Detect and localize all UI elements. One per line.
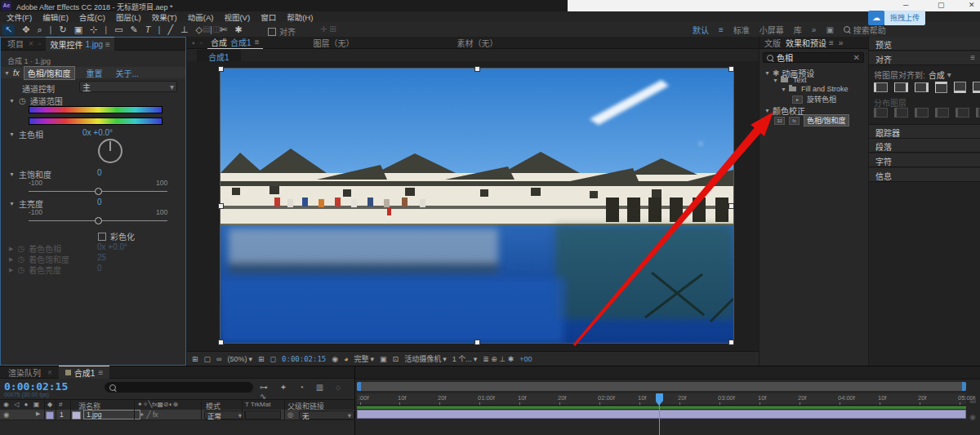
sync-settings-icon[interactable]: ▣ xyxy=(826,25,833,34)
colorize-checkbox[interactable] xyxy=(98,233,106,241)
master-sat-expander-icon[interactable]: ▼ xyxy=(9,171,15,177)
align-bottom-button[interactable] xyxy=(973,82,980,93)
layer-row[interactable]: ◉ ▶ 1 1.jpg ✦ ╱ fx 正常 ▾ ◎ 无 ▾ xyxy=(0,410,354,420)
effect-name[interactable]: 色相/饱和度 xyxy=(24,66,75,80)
selection-tool[interactable]: ↖ xyxy=(2,24,15,35)
presets-search-value[interactable]: 色相 xyxy=(777,51,793,64)
tab-effect-controls[interactable]: 效果控件 1.jpg ≡ xyxy=(46,37,114,51)
layer-mode-dropdown[interactable]: 正常 ▾ xyxy=(204,411,245,419)
panel-paragraph-header[interactable]: 段落 xyxy=(869,139,980,153)
maximize-button[interactable]: ▢ xyxy=(938,1,945,9)
distribute-center-h-button[interactable] xyxy=(956,108,969,118)
shape-tool[interactable]: ▭ xyxy=(114,24,122,35)
snapshot-icon[interactable]: ◉ xyxy=(332,355,338,363)
selection-handle[interactable] xyxy=(728,203,734,209)
work-area-start-handle[interactable] xyxy=(357,382,361,391)
panel-menu-icon[interactable]: ≡ xyxy=(255,38,260,47)
layer-expander-icon[interactable]: ▶ xyxy=(36,411,40,417)
close-button[interactable]: ✕ xyxy=(969,1,975,9)
trkmat-cell[interactable] xyxy=(245,411,281,419)
expander-icon[interactable]: ▼ xyxy=(781,87,786,92)
monitor-icon[interactable]: ▢ xyxy=(204,355,212,363)
playhead-line[interactable] xyxy=(659,405,660,435)
clear-search-icon[interactable]: ✕ xyxy=(853,53,860,62)
grid-guides-icon[interactable]: ⊞ xyxy=(258,355,265,363)
selection-handle[interactable] xyxy=(728,340,734,345)
align-top-button[interactable] xyxy=(935,82,947,93)
viewer-image[interactable] xyxy=(220,69,733,343)
workspace-menu-icon[interactable]: ≡ xyxy=(719,25,724,34)
distribute-center-v-button[interactable] xyxy=(894,108,908,118)
selection-handle[interactable] xyxy=(728,66,734,72)
hand-tool[interactable]: ✥ xyxy=(22,24,29,35)
tree-preset-item[interactable]: ▸ 旋转色相 xyxy=(792,94,836,104)
layer-color-chip[interactable] xyxy=(46,411,54,419)
menu-view[interactable]: 视图(V) xyxy=(224,11,250,23)
align-center-v-button[interactable] xyxy=(954,82,966,93)
menu-animation[interactable]: 动画(A) xyxy=(188,11,214,23)
tab-left-panel[interactable]: 文版 xyxy=(764,37,781,49)
tab-layer[interactable]: 图层（无） xyxy=(314,37,354,49)
playhead-handle[interactable] xyxy=(656,393,663,402)
viewer-timecode[interactable]: 0:00:02:15 xyxy=(282,355,326,363)
timeline-search-box[interactable] xyxy=(105,382,253,393)
menu-effect[interactable]: 效果(T) xyxy=(152,11,177,23)
panel-align-header[interactable]: 对齐 ≡ xyxy=(869,51,980,65)
stopwatch-icon[interactable]: ◷ xyxy=(19,96,26,105)
tab-close-icon[interactable]: × xyxy=(47,368,52,377)
hue-spectrum-bar-bottom[interactable] xyxy=(29,118,163,125)
panel-menu-icon[interactable]: ≡ xyxy=(829,38,834,47)
align-left-button[interactable] xyxy=(874,82,888,92)
align-to-dropdown[interactable]: 合成 ▾ xyxy=(929,69,951,81)
master-hue-value[interactable]: 0x +0.0° xyxy=(82,128,113,137)
distribute-right-button[interactable] xyxy=(976,108,980,118)
effect-expander-icon[interactable]: ▼ xyxy=(4,70,10,76)
expand-icon[interactable]: ⊞ xyxy=(192,355,198,363)
workspace-standard[interactable]: 标准 xyxy=(733,24,750,36)
menu-file[interactable]: 文件(F) xyxy=(7,11,32,23)
effect-about-link[interactable]: 关于... xyxy=(116,67,139,79)
distribute-top-button[interactable] xyxy=(874,108,888,118)
effect-reset-link[interactable]: 重置 xyxy=(87,67,103,79)
workspace-default[interactable]: 默认 xyxy=(693,24,709,36)
panel-info-header[interactable]: 信息 xyxy=(869,168,980,182)
workspace-overflow-icon[interactable]: » xyxy=(812,25,817,34)
zoom-tool[interactable]: ⌕ xyxy=(37,24,42,35)
sat-slider-knob[interactable] xyxy=(95,188,102,195)
eraser-tool[interactable]: ◇ xyxy=(196,24,203,35)
layer-parent-dropdown[interactable]: 无 ▾ xyxy=(299,411,354,419)
panel-character-header[interactable]: 字符 xyxy=(869,153,980,167)
menu-help[interactable]: 帮助(H) xyxy=(287,11,313,23)
master-hue-expander-icon[interactable]: ▼ xyxy=(9,131,15,137)
expander-icon[interactable]: ▼ xyxy=(773,78,778,83)
zoom-dropdown[interactable]: (50%) ▾ xyxy=(227,355,252,363)
hue-dial[interactable] xyxy=(98,139,122,163)
selection-handle[interactable] xyxy=(218,66,224,72)
tab-project[interactable]: 项目 xyxy=(7,38,24,50)
light-slider-knob[interactable] xyxy=(95,217,102,224)
exposure-value[interactable]: +00 xyxy=(519,355,532,363)
pan-behind-tool[interactable]: ⊹ xyxy=(90,24,97,35)
workspace-small-screen[interactable]: 小屏幕 xyxy=(760,24,784,36)
tree-hue-saturation-effect[interactable]: 32 fx 色相/饱和度 xyxy=(774,114,849,127)
panel-tracker-header[interactable]: 跟踪器 xyxy=(869,124,980,139)
transparency-grid-icon[interactable]: ⊡ xyxy=(393,355,399,363)
panel-overflow-icon[interactable]: » xyxy=(839,38,844,47)
layer-name-box[interactable]: 1.jpg xyxy=(83,410,140,419)
menu-edit[interactable]: 编辑(E) xyxy=(42,11,69,23)
master-sat-value[interactable]: 0 xyxy=(97,168,102,177)
work-area-end-handle[interactable] xyxy=(962,382,966,391)
text-tool[interactable]: T xyxy=(145,24,151,34)
layer-switch-icons[interactable]: ✦ ╱ fx xyxy=(139,411,158,419)
work-area-bar[interactable] xyxy=(357,382,966,391)
views-dropdown[interactable]: 1 个... ▾ xyxy=(452,353,478,364)
align-center-h-button[interactable] xyxy=(894,82,908,92)
expander-icon[interactable]: ▼ xyxy=(764,70,770,76)
tab-render-queue[interactable]: 渲染队列 xyxy=(8,366,41,379)
align-right-button[interactable] xyxy=(915,82,929,92)
channel-range-expander-icon[interactable]: ▼ xyxy=(9,98,15,104)
brush-tool[interactable]: ╱ xyxy=(167,24,173,35)
selection-handle[interactable] xyxy=(474,66,480,72)
selection-handle[interactable] xyxy=(218,203,224,209)
clone-stamp-tool[interactable]: ⊥ xyxy=(180,24,189,35)
